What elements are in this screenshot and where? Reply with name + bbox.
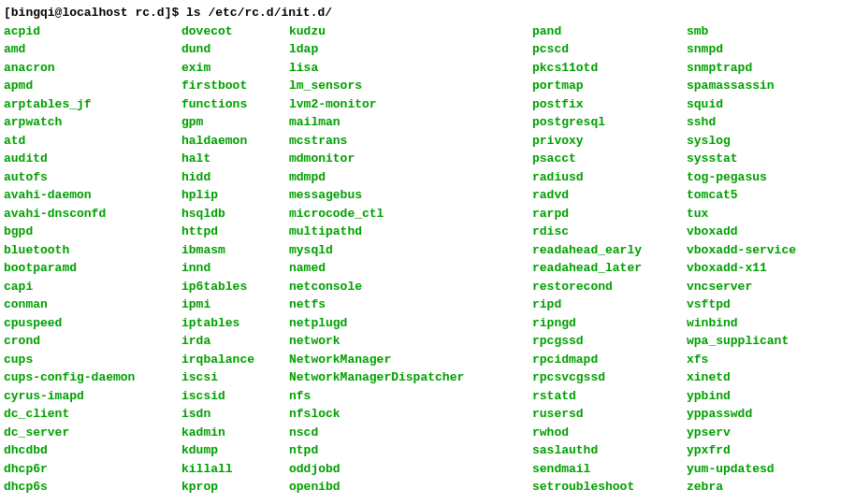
file-entry: rpcgssd xyxy=(532,332,687,351)
file-entry: rpcsvcgssd xyxy=(532,368,687,387)
file-entry: vsftpd xyxy=(687,295,796,314)
file-entry: oddjobd xyxy=(289,460,532,479)
file-entry: squid xyxy=(687,95,796,114)
file-entry: tux xyxy=(687,205,796,223)
file-entry: spamassassin xyxy=(687,77,796,95)
file-entry: iptables xyxy=(181,314,289,333)
file-entry: pcscd xyxy=(532,40,687,59)
shell-prompt: [bingqi@localhost rc.d]$ ls /etc/rc.d/in… xyxy=(4,4,851,22)
file-entry: kadmin xyxy=(181,424,289,442)
file-entry: atd xyxy=(4,132,181,151)
file-entry: avahi-daemon xyxy=(4,186,181,205)
file-entry: zebra xyxy=(687,478,796,497)
file-entry: avahi-dnsconfd xyxy=(4,205,181,223)
file-entry: pkcs11otd xyxy=(532,59,687,78)
file-entry: snmpd xyxy=(687,40,796,59)
file-entry: capi xyxy=(4,278,181,296)
file-entry: mysqld xyxy=(289,241,532,260)
file-entry: conman xyxy=(4,295,181,314)
file-entry: cyrus-imapd xyxy=(4,387,181,406)
file-entry: openibd xyxy=(289,478,532,497)
file-entry: snmptrapd xyxy=(687,59,796,78)
file-entry: vboxadd-service xyxy=(687,241,796,260)
file-entry: network xyxy=(289,332,532,351)
file-entry: kprop xyxy=(181,478,289,497)
file-entry: netconsole xyxy=(289,278,532,296)
file-entry: restorecond xyxy=(532,278,687,296)
listing-column-3: kudzuldaplisalm_sensorslvm2-monitormailm… xyxy=(289,22,532,497)
file-entry: multipathd xyxy=(289,223,532,241)
file-entry: xfs xyxy=(687,351,796,369)
file-entry: radiusd xyxy=(532,168,687,187)
file-entry: dhcp6s xyxy=(4,478,181,497)
file-entry: messagebus xyxy=(289,186,532,205)
file-entry: yum-updatesd xyxy=(687,460,796,479)
file-entry: psacct xyxy=(532,150,687,168)
file-entry: mcstrans xyxy=(289,132,532,151)
file-entry: killall xyxy=(181,460,289,479)
file-entry: setroubleshoot xyxy=(532,478,687,497)
file-entry: cups-config-daemon xyxy=(4,368,181,387)
file-entry: gpm xyxy=(181,113,289,132)
file-entry: arpwatch xyxy=(4,113,181,132)
file-entry: hplip xyxy=(181,186,289,205)
file-entry: kdump xyxy=(181,441,289,460)
file-entry: httpd xyxy=(181,223,289,241)
file-entry: innd xyxy=(181,259,289,278)
file-entry: ipmi xyxy=(181,295,289,314)
file-entry: bluetooth xyxy=(4,241,181,260)
file-entry: portmap xyxy=(532,77,687,95)
file-entry: vboxadd xyxy=(687,223,796,241)
file-entry: vboxadd-x11 xyxy=(687,259,796,278)
file-entry: named xyxy=(289,259,532,278)
file-entry: nscd xyxy=(289,424,532,442)
file-entry: nfslock xyxy=(289,405,532,424)
file-entry: sysstat xyxy=(687,150,796,168)
file-entry: ripd xyxy=(532,295,687,314)
file-entry: netfs xyxy=(289,295,532,314)
file-entry: cpuspeed xyxy=(4,314,181,333)
file-entry: crond xyxy=(4,332,181,351)
file-entry: rstatd xyxy=(532,387,687,406)
file-entry: dc_client xyxy=(4,405,181,424)
file-entry: cups xyxy=(4,351,181,369)
file-entry: dhcp6r xyxy=(4,460,181,479)
file-entry: sshd xyxy=(687,113,796,132)
file-entry: xinetd xyxy=(687,368,796,387)
file-entry: exim xyxy=(181,59,289,78)
file-entry: vncserver xyxy=(687,278,796,296)
file-entry: ypxfrd xyxy=(687,441,796,460)
file-entry: yppasswdd xyxy=(687,405,796,424)
file-entry: dc_server xyxy=(4,424,181,442)
file-entry: ripngd xyxy=(532,314,687,333)
file-entry: dovecot xyxy=(181,22,289,41)
file-entry: rpcidmapd xyxy=(532,351,687,369)
file-entry: ntpd xyxy=(289,441,532,460)
file-entry: irqbalance xyxy=(181,351,289,369)
file-entry: NetworkManagerDispatcher xyxy=(289,368,532,387)
file-entry: kudzu xyxy=(289,22,532,41)
file-entry: anacron xyxy=(4,59,181,78)
file-entry: readahead_early xyxy=(532,241,687,260)
file-entry: acpid xyxy=(4,22,181,41)
file-entry: rdisc xyxy=(532,223,687,241)
file-entry: saslauthd xyxy=(532,441,687,460)
listing-column-2: dovecotdundeximfirstbootfunctionsgpmhald… xyxy=(181,22,289,497)
file-entry: ypbind xyxy=(687,387,796,406)
file-entry: hsqldb xyxy=(181,205,289,223)
file-entry: haldaemon xyxy=(181,132,289,151)
file-entry: hidd xyxy=(181,168,289,187)
file-entry: lisa xyxy=(289,59,532,78)
file-entry: readahead_later xyxy=(532,259,687,278)
file-entry: autofs xyxy=(4,168,181,187)
file-entry: amd xyxy=(4,40,181,59)
file-entry: ldap xyxy=(289,40,532,59)
file-entry: dund xyxy=(181,40,289,59)
file-entry: tog-pegasus xyxy=(687,168,796,187)
file-entry: rusersd xyxy=(532,405,687,424)
file-entry: iscsid xyxy=(181,387,289,406)
file-entry: mdmpd xyxy=(289,168,532,187)
file-entry: apmd xyxy=(4,77,181,95)
directory-listing: acpidamdanacronapmdarptables_jfarpwatcha… xyxy=(4,22,851,497)
file-entry: postgresql xyxy=(532,113,687,132)
